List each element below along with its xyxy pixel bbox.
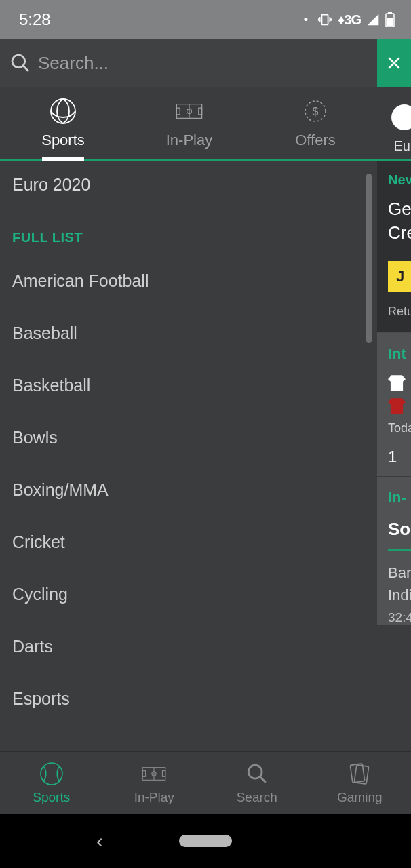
- tab-inplay[interactable]: In-Play: [126, 87, 252, 159]
- join-button[interactable]: J: [388, 261, 411, 292]
- sport-bowls[interactable]: Bowls: [0, 413, 377, 465]
- nav-sports-label: Sports: [33, 790, 70, 805]
- match-card[interactable]: Int Toda 1: [377, 333, 411, 477]
- svg-point-5: [51, 99, 75, 123]
- match-league: Int: [388, 345, 411, 363]
- system-nav: ‹: [0, 814, 411, 868]
- inplay-sport: So: [388, 519, 411, 551]
- close-icon: [385, 54, 403, 72]
- sport-cycling[interactable]: Cycling: [0, 570, 377, 622]
- tab-offers[interactable]: $ Offers: [252, 87, 378, 159]
- tennis-ball-icon: [39, 762, 64, 786]
- tab-inplay-label: In-Play: [166, 132, 212, 149]
- featured-euro2020[interactable]: Euro 2020: [0, 161, 377, 222]
- volleyball-icon: [50, 98, 77, 125]
- svg-text:$: $: [313, 106, 319, 117]
- svg-rect-15: [142, 770, 145, 776]
- status-icons: • ♦3G: [304, 12, 395, 28]
- search-placeholder: Search...: [38, 53, 109, 74]
- svg-point-4: [12, 55, 25, 68]
- status-time: 5:28: [19, 10, 51, 29]
- pitch-icon: [142, 762, 166, 786]
- top-tabs: Sports In-Play $ Offers Eur: [0, 87, 411, 161]
- cards-icon: [347, 762, 372, 786]
- sport-american-football[interactable]: American Football: [0, 256, 377, 309]
- pitch-icon: [176, 98, 203, 125]
- inplay-card[interactable]: In- So Bar Indi 32:4: [377, 477, 411, 625]
- match-number: 1: [388, 448, 411, 467]
- search-icon: [245, 762, 269, 786]
- flag-icon: [391, 104, 411, 130]
- sport-cricket[interactable]: Cricket: [0, 517, 377, 570]
- tab-offers-label: Offers: [295, 132, 336, 149]
- sport-darts[interactable]: Darts: [0, 622, 377, 674]
- svg-rect-9: [199, 108, 202, 115]
- home-pill[interactable]: [179, 835, 232, 847]
- bottom-nav: Sports In-Play Search Gaming: [0, 751, 411, 814]
- svg-rect-8: [176, 108, 180, 115]
- jersey-white-icon: [388, 375, 406, 391]
- promo-new-badge: Nev: [388, 172, 411, 188]
- svg-rect-18: [351, 763, 365, 782]
- nav-sports[interactable]: Sports: [0, 752, 103, 814]
- jersey-red-icon: [388, 398, 406, 414]
- nav-search-label: Search: [237, 790, 277, 805]
- tab-extra-label: Eur: [393, 138, 411, 153]
- sports-list-panel[interactable]: Euro 2020 FULL LIST American Football Ba…: [0, 161, 377, 751]
- nav-inplay[interactable]: In-Play: [103, 752, 206, 814]
- nav-gaming[interactable]: Gaming: [309, 752, 412, 814]
- inplay-clock: 32:4: [388, 610, 411, 625]
- search-icon: [9, 52, 31, 74]
- inplay-team1: Bar: [388, 561, 411, 584]
- signal-icon: [366, 13, 380, 26]
- promo-card[interactable]: Nev GeCre J Retu: [377, 161, 411, 333]
- nav-inplay-label: In-Play: [134, 790, 174, 805]
- sport-basketball[interactable]: Basketball: [0, 361, 377, 413]
- dot-icon: •: [304, 13, 308, 27]
- vibrate-icon: [317, 12, 332, 27]
- close-button[interactable]: [377, 39, 411, 87]
- status-bar: 5:28 • ♦3G: [0, 0, 411, 39]
- battery-icon: [385, 12, 395, 27]
- svg-point-17: [248, 765, 262, 778]
- sport-boxing-mma[interactable]: Boxing/MMA: [0, 465, 377, 517]
- offers-icon: $: [302, 98, 329, 125]
- promo-returns: Retu: [388, 304, 411, 319]
- sport-baseball[interactable]: Baseball: [0, 309, 377, 361]
- inplay-heading: In-: [388, 489, 411, 507]
- sport-esports[interactable]: Esports: [0, 674, 377, 726]
- nav-search[interactable]: Search: [206, 752, 309, 814]
- search-bar[interactable]: Search...: [0, 39, 411, 87]
- back-icon[interactable]: ‹: [96, 829, 103, 852]
- nav-gaming-label: Gaming: [337, 790, 383, 805]
- network-label: ♦3G: [338, 12, 361, 28]
- inplay-team2: Indi: [388, 584, 411, 606]
- svg-rect-0: [322, 15, 328, 25]
- tab-extra[interactable]: Eur: [384, 98, 411, 159]
- match-time: Toda: [388, 421, 411, 435]
- svg-rect-3: [387, 18, 393, 26]
- tab-sports[interactable]: Sports: [0, 87, 126, 159]
- svg-rect-16: [163, 770, 165, 776]
- right-peek-panel[interactable]: Nev GeCre J Retu Int Toda 1 In- So Bar I…: [377, 161, 411, 751]
- tab-sports-label: Sports: [41, 132, 85, 149]
- section-full-list: FULL LIST: [0, 222, 377, 256]
- promo-text: GeCre: [388, 197, 411, 245]
- scrollbar[interactable]: [366, 174, 372, 343]
